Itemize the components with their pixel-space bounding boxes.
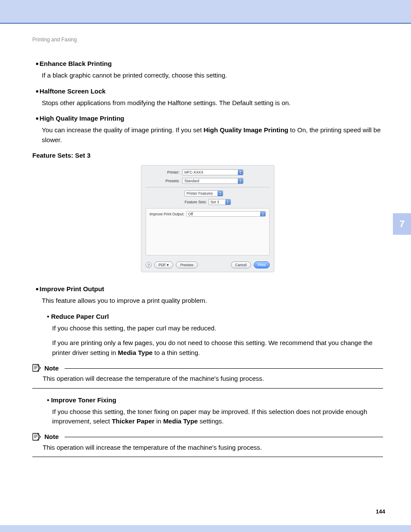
preview-button[interactable]: Preview	[176, 261, 197, 268]
text: settings.	[198, 417, 224, 425]
feature-item: Enhance Black Printing If a black graphi…	[32, 60, 383, 81]
feature-body: If a black graphic cannot be printed cor…	[32, 71, 383, 81]
text: If you are printing only a few pages, yo…	[52, 339, 373, 356]
print-button[interactable]: Print	[254, 261, 270, 268]
dialog-presets-select[interactable]: Standard	[182, 178, 243, 184]
text: to a thin setting.	[153, 349, 200, 356]
sub-option-title: Improve Toner Fixing	[32, 396, 383, 404]
select-value: Off	[188, 212, 193, 216]
breadcrumb: Printing and Faxing	[32, 37, 383, 43]
select-stepper-icon	[260, 212, 265, 216]
page-top-band	[0, 0, 411, 24]
feature-title: High Quality Image Printing	[32, 115, 383, 122]
dialog-printer-label: Printer:	[141, 170, 182, 174]
dialog-improve-label: Improve Print Output:	[149, 212, 184, 216]
dialog-feature-sets-select[interactable]: Set 3	[209, 199, 231, 205]
bold-text: Media Type	[118, 349, 153, 356]
bold-text: High Quality Image Printing	[204, 126, 289, 134]
feature-title: Improve Print Output	[32, 285, 383, 292]
sub-option-title: Reduce Paper Curl	[32, 313, 383, 320]
feature-title: Halftone Screen Lock	[32, 87, 383, 95]
cancel-button[interactable]: Cancel	[231, 261, 251, 268]
note-label: Note	[44, 433, 59, 440]
page-number: 144	[376, 508, 385, 515]
select-value: Printer Features	[187, 191, 213, 196]
chapter-tab: 7	[393, 213, 411, 235]
sub-option-body: If you are printing only a few pages, yo…	[32, 338, 383, 358]
feature-item: Improve Print Output This feature allows…	[32, 285, 383, 306]
help-button[interactable]: ?	[146, 262, 152, 268]
note-body: This operation will increase the tempera…	[32, 443, 383, 457]
note-label: Note	[44, 364, 59, 372]
page-footer-band	[0, 525, 411, 532]
note-block: Note This operation will decrease the te…	[32, 364, 383, 389]
select-stepper-icon	[218, 191, 223, 196]
sub-option-body: If you choose this setting, the paper cu…	[32, 324, 383, 333]
dialog-presets-label: Presets:	[141, 179, 182, 183]
note-icon	[32, 364, 42, 372]
note-block: Note This operation will increase the te…	[32, 432, 383, 457]
dialog-improve-select[interactable]: Off	[186, 211, 266, 217]
select-value: MFC-XXXX	[184, 170, 203, 174]
bold-text: Media Type	[163, 417, 198, 425]
page-content: Printing and Faxing Enhance Black Printi…	[0, 24, 411, 457]
print-dialog-screenshot: Printer: MFC-XXXX Presets: Standard Prin…	[141, 165, 274, 272]
text: in	[155, 417, 163, 425]
select-value: Set 3	[211, 200, 219, 204]
dialog-feature-sets-label: Feature Sets:	[184, 200, 206, 204]
dialog-printer-select[interactable]: MFC-XXXX	[182, 169, 243, 175]
note-body: This operation will decrease the tempera…	[32, 374, 383, 389]
note-rule	[65, 368, 383, 369]
note-rule	[65, 437, 383, 437]
feature-item: High Quality Image Printing You can incr…	[32, 115, 383, 145]
feature-title: Enhance Black Printing	[32, 60, 383, 67]
dialog-pane-select[interactable]: Printer Features	[184, 190, 223, 196]
feature-body: This feature allows you to improve a pri…	[32, 296, 383, 306]
dialog-options-panel: Improve Print Output: Off	[146, 208, 270, 255]
select-stepper-icon	[238, 178, 243, 184]
note-icon	[32, 432, 42, 441]
pdf-menu-button[interactable]: PDF ▾	[154, 261, 173, 268]
bold-text: Thicker Paper	[112, 417, 154, 425]
select-value: Standard	[184, 179, 199, 183]
feature-body: You can increase the quality of image pr…	[32, 125, 383, 145]
feature-body: Stops other applications from modifying …	[32, 98, 383, 108]
feature-sets-heading: Feature Sets: Set 3	[32, 152, 383, 159]
select-stepper-icon	[238, 170, 243, 175]
text: You can increase the quality of image pr…	[42, 126, 204, 134]
sub-option-body: If you choose this setting, the toner fi…	[32, 407, 383, 426]
feature-item: Halftone Screen Lock Stops other applica…	[32, 87, 383, 108]
select-stepper-icon	[225, 199, 230, 205]
